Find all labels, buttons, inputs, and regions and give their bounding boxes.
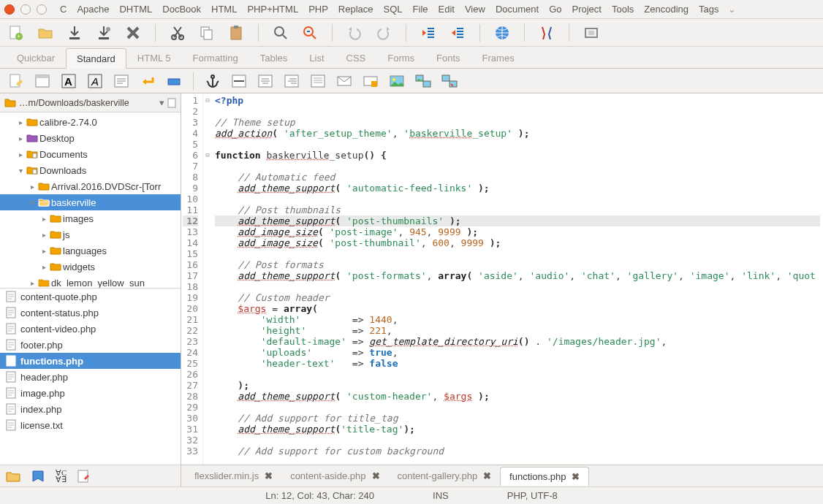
- folder-tree[interactable]: ▸calibre-2.74.0▸Desktop▸Documents▾Downlo…: [0, 112, 181, 288]
- close-tab-icon[interactable]: ✖: [483, 470, 491, 481]
- tree-toggle-icon[interactable]: ▾: [16, 167, 25, 175]
- right-align-icon[interactable]: [283, 72, 300, 90]
- unindent-icon[interactable]: [420, 24, 437, 42]
- indent-icon[interactable]: [449, 24, 466, 42]
- file-tab[interactable]: functions.php✖: [500, 467, 589, 486]
- toolbar-tab-formatting[interactable]: Formatting: [182, 47, 249, 68]
- file-item[interactable]: header.php: [0, 369, 181, 385]
- thumbnail-icon[interactable]: [414, 72, 432, 90]
- toolbar-tab-html-5[interactable]: HTML 5: [126, 47, 182, 68]
- tree-toggle-icon[interactable]: ▸: [28, 279, 37, 287]
- tree-toggle-icon[interactable]: ▸: [28, 183, 37, 191]
- close-file-icon[interactable]: [124, 24, 142, 42]
- menu-overflow-icon[interactable]: ⌄: [725, 4, 736, 15]
- save-as-icon[interactable]: [95, 24, 113, 42]
- tree-item[interactable]: ▸Arrival.2016.DVDScr-[Torr: [0, 178, 181, 194]
- tree-toggle-icon[interactable]: ▸: [39, 263, 48, 271]
- preferences-icon[interactable]: [538, 24, 555, 42]
- file-tab[interactable]: content-gallery.php✖: [389, 467, 501, 485]
- window-maximize-button[interactable]: [37, 4, 47, 15]
- new-file-icon[interactable]: +: [7, 24, 25, 42]
- file-item[interactable]: content-quote.php: [0, 289, 181, 305]
- paragraph-icon[interactable]: [113, 72, 130, 90]
- file-item[interactable]: footer.php: [0, 337, 181, 353]
- file-item[interactable]: functions.php: [0, 353, 181, 369]
- toolbar-tab-standard[interactable]: Standard: [66, 48, 126, 69]
- toolbar-tab-fonts[interactable]: Fonts: [425, 47, 471, 68]
- menu-sql[interactable]: SQL: [379, 1, 407, 17]
- file-item[interactable]: image.php: [0, 385, 181, 401]
- image-icon[interactable]: [388, 72, 406, 90]
- toolbar-tab-quickbar[interactable]: Quickbar: [6, 47, 66, 68]
- tree-toggle-icon[interactable]: ▸: [16, 134, 25, 142]
- code-content[interactable]: <?php // Theme setupadd_action( 'after_s…: [212, 93, 823, 465]
- break-icon[interactable]: [139, 72, 156, 90]
- menu-apache[interactable]: Apache: [72, 1, 113, 17]
- toolbar-tab-list[interactable]: List: [298, 47, 335, 68]
- tree-item[interactable]: ▸Documents: [0, 146, 181, 162]
- menu-replace[interactable]: Replace: [334, 1, 378, 17]
- file-tab[interactable]: content-aside.php✖: [281, 467, 388, 485]
- file-item[interactable]: content-status.php: [0, 305, 181, 321]
- fold-column[interactable]: ⊟ ⊟: [203, 93, 212, 465]
- bookmarks-icon[interactable]: [31, 470, 45, 483]
- close-tab-icon[interactable]: ✖: [265, 470, 273, 481]
- file-item[interactable]: content-video.php: [0, 321, 181, 337]
- path-file-icon[interactable]: [167, 98, 176, 108]
- tree-item[interactable]: ▾baskerville: [0, 194, 181, 210]
- window-minimize-button[interactable]: [20, 4, 31, 15]
- file-tab[interactable]: flexslider.min.js✖: [186, 467, 281, 485]
- tree-toggle-icon[interactable]: ▸: [39, 215, 48, 223]
- menu-project[interactable]: Project: [567, 1, 605, 17]
- italic-icon[interactable]: A: [86, 72, 104, 90]
- tree-toggle-icon[interactable]: ▸: [39, 247, 48, 255]
- menu-docbook[interactable]: DocBook: [158, 1, 205, 17]
- tree-item[interactable]: ▸dk_lemon_yellow_sun: [0, 275, 181, 288]
- paste-icon[interactable]: [227, 24, 245, 42]
- tree-item[interactable]: ▸images: [0, 210, 181, 226]
- center-icon[interactable]: [257, 72, 274, 90]
- menu-file[interactable]: File: [409, 1, 433, 17]
- tree-toggle-icon[interactable]: ▸: [16, 150, 25, 159]
- tree-item[interactable]: ▾Downloads: [0, 162, 181, 178]
- cut-icon[interactable]: [169, 24, 186, 42]
- file-item[interactable]: license.txt: [0, 417, 181, 433]
- copy-icon[interactable]: [198, 24, 216, 42]
- chevron-down-icon[interactable]: ▾: [159, 97, 164, 108]
- tree-toggle-icon[interactable]: ▸: [16, 118, 25, 126]
- link-icon[interactable]: [362, 72, 379, 90]
- close-tab-icon[interactable]: ✖: [372, 470, 380, 481]
- multi-thumbnail-icon[interactable]: [441, 72, 458, 90]
- hrule-icon[interactable]: [230, 72, 248, 90]
- find-replace-icon[interactable]: [301, 24, 319, 42]
- file-list[interactable]: content-quote.phpcontent-status.phpconte…: [0, 288, 181, 465]
- menu-tools[interactable]: Tools: [607, 1, 638, 17]
- browser-preview-icon[interactable]: [493, 24, 511, 42]
- snippets-icon[interactable]: [77, 470, 91, 483]
- comment-icon[interactable]: [309, 72, 327, 90]
- nbsp-icon[interactable]: [165, 72, 183, 90]
- tree-toggle-icon[interactable]: ▸: [39, 231, 48, 239]
- toolbar-tab-frames[interactable]: Frames: [471, 47, 526, 68]
- menu-php[interactable]: PHP: [304, 1, 333, 17]
- email-icon[interactable]: [335, 72, 353, 90]
- window-close-button[interactable]: [4, 4, 15, 15]
- menu-php-html[interactable]: PHP+HTML: [243, 1, 303, 17]
- quickstart-icon[interactable]: [7, 72, 25, 90]
- body-icon[interactable]: [34, 72, 51, 90]
- menu-zencoding[interactable]: Zencoding: [640, 1, 693, 17]
- tree-item[interactable]: ▸widgets: [0, 259, 181, 275]
- redo-icon[interactable]: [375, 24, 392, 42]
- charmap-icon[interactable]: ∀C∀∃: [56, 470, 67, 483]
- tree-toggle-icon[interactable]: ▾: [28, 199, 37, 207]
- toolbar-tab-css[interactable]: CSS: [335, 47, 377, 68]
- tree-item[interactable]: ▸js: [0, 226, 181, 243]
- menu-edit[interactable]: Edit: [434, 1, 459, 17]
- menu-document[interactable]: Document: [491, 1, 543, 17]
- open-file-icon[interactable]: [37, 24, 54, 42]
- toolbar-tab-forms[interactable]: Forms: [376, 47, 425, 68]
- menu-c[interactable]: C: [56, 1, 71, 17]
- search-icon[interactable]: [272, 24, 289, 42]
- save-icon[interactable]: [66, 24, 83, 42]
- menu-view[interactable]: View: [460, 1, 490, 17]
